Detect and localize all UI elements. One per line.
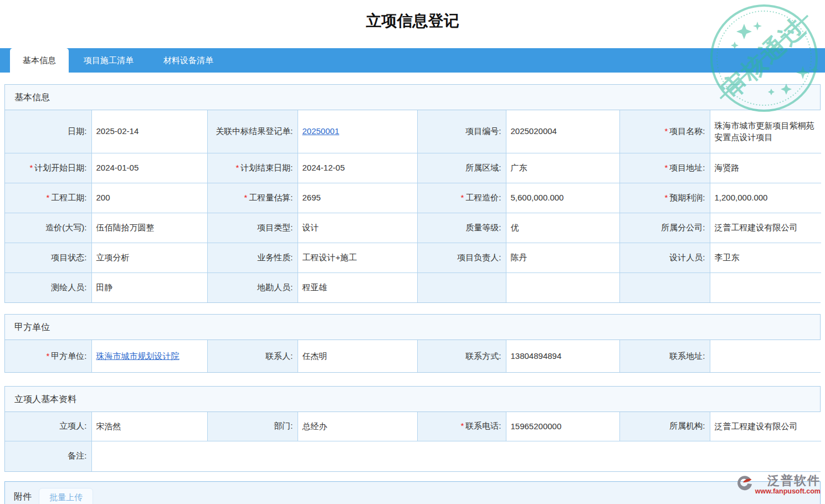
field-date-value: 2025-02-14	[91, 110, 207, 153]
required-asterisk: *	[664, 126, 668, 136]
field-business-nature-value: 工程设计+施工	[298, 243, 417, 272]
field-expected-profit-value: 1,200,000.000	[710, 183, 821, 213]
required-asterisk: *	[29, 163, 33, 172]
field-date-label: 日期:	[5, 110, 91, 153]
table-row: 备注:	[5, 441, 821, 471]
field-plan-start-date-value: 2024-01-05	[91, 153, 207, 183]
field-contact-method-label: 联系方式:	[417, 340, 506, 372]
field-plan-end-date-label: *计划结束日期:	[207, 153, 298, 183]
field-remark-label: 备注:	[5, 441, 91, 471]
required-asterisk: *	[244, 193, 247, 202]
field-duration-value: 200	[91, 183, 207, 213]
field-geotech-value: 程亚雄	[298, 272, 417, 302]
table-row: 测绘人员: 田静 地勘人员: 程亚雄	[5, 272, 821, 302]
tab-material-equipment-list[interactable]: 材料设备清单	[148, 48, 228, 73]
field-contact-person-value: 任杰明	[298, 340, 417, 372]
field-branch-company-label: 所属分公司:	[619, 213, 710, 243]
field-contact-method-value: 13804894894	[506, 340, 619, 372]
field-organization-label: 所属机构:	[619, 412, 710, 441]
section-basic-info: 基本信息 日期: 2025-02-14 关联中标结果登记单: 20250001 …	[4, 84, 821, 303]
field-project-manager-value: 陈丹	[506, 243, 619, 272]
table-row: *工程工期: 200 *工程量估算: 2695 *工程造价: 5,600,000…	[5, 183, 821, 213]
party-a-table: *甲方单位: 珠海市城市规划设计院 联系人: 任杰明 联系方式: 1380489…	[5, 340, 821, 372]
table-row: 日期: 2025-02-14 关联中标结果登记单: 20250001 项目编号:…	[5, 110, 821, 153]
field-project-status-label: 项目状态:	[5, 243, 91, 272]
field-contact-phone-value: 15965200000	[506, 412, 619, 441]
field-branch-company-value: 泛普工程建设有限公司	[710, 213, 821, 243]
tab-construction-list[interactable]: 项目施工清单	[69, 48, 148, 73]
empty-label-cell	[417, 272, 506, 302]
required-asterisk: *	[460, 193, 464, 202]
page-title: 立项信息登记	[0, 0, 825, 31]
required-asterisk: *	[46, 193, 49, 202]
required-asterisk: *	[664, 193, 668, 202]
field-region-value: 广东	[506, 153, 619, 183]
section-basic-info-title: 基本信息	[5, 85, 820, 110]
field-project-cost-value: 5,600,000.000	[506, 183, 619, 213]
field-quantity-estimate-label: *工程量估算:	[207, 183, 298, 213]
table-row: 立项人: 宋浩然 部门: 总经办 *联系电话: 15965200000 所属机构…	[5, 412, 821, 441]
field-party-a-value: 珠海市城市规划设计院	[91, 340, 207, 372]
field-geotech-label: 地勘人员:	[207, 272, 298, 302]
field-project-no-label: 项目编号:	[417, 110, 506, 153]
field-related-bid-result-label: 关联中标结果登记单:	[207, 110, 298, 153]
basic-info-table: 日期: 2025-02-14 关联中标结果登记单: 20250001 项目编号:…	[5, 110, 821, 302]
vendor-logo-url[interactable]: www.fanpusoft.com	[755, 487, 821, 495]
required-asterisk: *	[460, 421, 464, 430]
batch-upload-button[interactable]: 批量上传	[39, 488, 93, 504]
vendor-logo-name: 泛普软件	[767, 474, 821, 487]
initiator-table: 立项人: 宋浩然 部门: 总经办 *联系电话: 15965200000 所属机构…	[5, 412, 821, 471]
party-a-link[interactable]: 珠海市城市规划设计院	[96, 351, 180, 361]
field-surveyor-label: 测绘人员:	[5, 272, 91, 302]
field-department-label: 部门:	[207, 412, 298, 441]
field-contact-person-label: 联系人:	[207, 340, 298, 372]
table-row: 造价(大写): 伍佰陆拾万圆整 项目类型: 设计 质量等级: 优 所属分公司: …	[5, 213, 821, 243]
empty-label-cell	[619, 272, 710, 302]
field-project-name-value: 珠海市城市更新项目紫桐苑安置点设计项目	[710, 110, 821, 153]
field-project-manager-label: 项目负责人:	[417, 243, 506, 272]
field-organization-value: 泛普工程建设有限公司	[710, 412, 821, 441]
required-asterisk: *	[46, 351, 49, 361]
empty-value-cell	[506, 272, 619, 302]
section-party-a-title: 甲方单位	[5, 315, 820, 340]
section-party-a: 甲方单位 *甲方单位: 珠海市城市规划设计院 联系人: 任杰明 联系方式: 13…	[4, 314, 821, 373]
attachment-label: 附件	[14, 488, 32, 503]
tab-basic-info[interactable]: 基本信息	[10, 48, 69, 73]
section-attachment: 附件 批量上传	[4, 481, 821, 504]
field-party-a-label: *甲方单位:	[5, 340, 91, 372]
empty-value-cell	[710, 272, 821, 302]
field-quantity-estimate-value: 2695	[298, 183, 417, 213]
field-business-nature-label: 业务性质:	[207, 243, 298, 272]
field-duration-label: *工程工期:	[5, 183, 91, 213]
vendor-logo-icon	[736, 474, 754, 492]
field-initiator-label: 立项人:	[5, 412, 91, 441]
field-cost-in-words-value: 伍佰陆拾万圆整	[91, 213, 207, 243]
table-row: *甲方单位: 珠海市城市规划设计院 联系人: 任杰明 联系方式: 1380489…	[5, 340, 821, 372]
field-region-label: 所属区域:	[417, 153, 506, 183]
field-project-address-label: *项目地址:	[619, 153, 710, 183]
field-project-status-value: 立项分析	[91, 243, 207, 272]
section-initiator: 立项人基本资料 立项人: 宋浩然 部门: 总经办 *联系电话: 15965200…	[4, 386, 821, 472]
field-surveyor-value: 田静	[91, 272, 207, 302]
field-project-type-value: 设计	[298, 213, 417, 243]
required-asterisk: *	[235, 163, 239, 172]
field-plan-end-date-value: 2024-12-05	[298, 153, 417, 183]
field-project-address-value: 海贤路	[710, 153, 821, 183]
related-bid-result-link[interactable]: 20250001	[303, 126, 340, 136]
field-quality-grade-value: 优	[506, 213, 619, 243]
field-project-name-label: *项目名称:	[619, 110, 710, 153]
field-remark-value	[91, 441, 821, 471]
field-initiator-value: 宋浩然	[91, 412, 207, 441]
field-project-cost-label: *工程造价:	[417, 183, 506, 213]
table-row: *计划开始日期: 2024-01-05 *计划结束日期: 2024-12-05 …	[5, 153, 821, 183]
field-cost-in-words-label: 造价(大写):	[5, 213, 91, 243]
vendor-logo[interactable]: 泛普软件 www.fanpusoft.com	[736, 474, 821, 495]
section-initiator-title: 立项人基本资料	[5, 387, 820, 412]
required-asterisk: *	[664, 163, 668, 172]
field-designer-value: 李卫东	[710, 243, 821, 272]
field-department-value: 总经办	[298, 412, 417, 441]
field-project-no-value: 2025020004	[506, 110, 619, 153]
field-designer-label: 设计人员:	[619, 243, 710, 272]
field-expected-profit-label: *预期利润:	[619, 183, 710, 213]
field-quality-grade-label: 质量等级:	[417, 213, 506, 243]
